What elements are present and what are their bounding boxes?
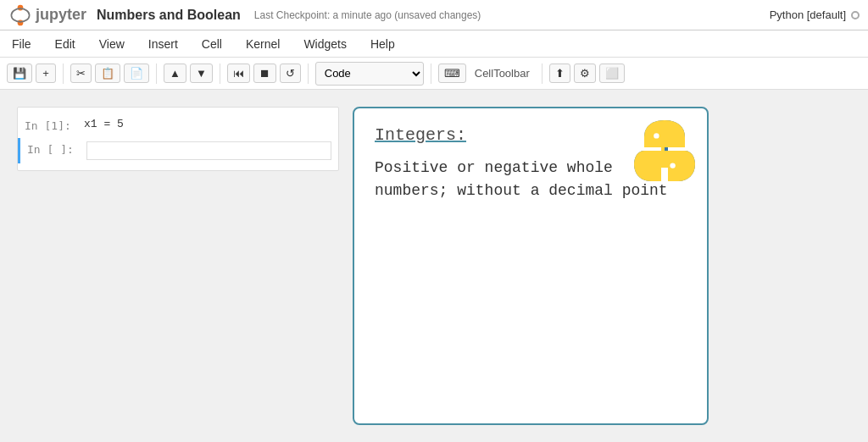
kernel-status-dot bbox=[851, 11, 860, 19]
toolbar-separator-1 bbox=[63, 64, 64, 84]
python-logo bbox=[631, 117, 698, 185]
cell-label-1: In [1]: bbox=[25, 118, 84, 132]
python-icon bbox=[631, 117, 698, 185]
cell-toolbar-label: CellToolbar bbox=[470, 65, 535, 81]
checkpoint-info: Last Checkpoint: a minute ago (unsaved c… bbox=[254, 9, 481, 21]
svg-point-2 bbox=[11, 8, 29, 22]
cell-container: In [1]: x1 = 5 In [ ]: bbox=[17, 107, 339, 171]
toolbar-separator-5 bbox=[431, 64, 431, 84]
cell-input-2[interactable] bbox=[86, 141, 331, 160]
svg-point-3 bbox=[654, 133, 659, 138]
toolbar: 💾 + ✂ 📋 📄 ▲ ▼ ⏮ ⏹ ↺ Code Markdown Raw NB… bbox=[0, 58, 868, 90]
upload-button[interactable]: ⬆ bbox=[549, 64, 570, 83]
menu-insert[interactable]: Insert bbox=[145, 36, 181, 52]
move-up-button[interactable]: ▲ bbox=[164, 64, 186, 83]
cell-label-2: In [ ]: bbox=[27, 141, 86, 156]
menu-cell[interactable]: Cell bbox=[198, 36, 225, 52]
menu-edit[interactable]: Edit bbox=[52, 36, 79, 52]
top-bar: jupyter Numbers and Boolean Last Checkpo… bbox=[0, 0, 868, 30]
settings-button[interactable]: ⚙ bbox=[574, 64, 596, 83]
cell-content-1: x1 = 5 bbox=[84, 118, 331, 135]
menu-kernel[interactable]: Kernel bbox=[242, 36, 283, 52]
toolbar-separator-6 bbox=[542, 64, 542, 84]
toolbar-separator-4 bbox=[308, 64, 309, 84]
jupyter-icon bbox=[8, 3, 32, 27]
python-badge: Python [default] bbox=[770, 8, 860, 21]
svg-point-4 bbox=[670, 163, 675, 168]
notebook-area: In [1]: x1 = 5 In [ ]: Integers: Positiv… bbox=[0, 90, 868, 442]
toolbar-separator-2 bbox=[156, 64, 157, 84]
toolbar-separator-3 bbox=[220, 64, 220, 84]
keyboard-shortcut-button[interactable]: ⌨ bbox=[438, 64, 466, 83]
menu-bar: File Edit View Insert Cell Kernel Widget… bbox=[0, 30, 868, 58]
kernel-name: Python [default] bbox=[770, 8, 846, 21]
jupyter-logo: jupyter bbox=[8, 3, 86, 27]
menu-view[interactable]: View bbox=[96, 36, 128, 52]
skip-to-top-button[interactable]: ⏮ bbox=[227, 64, 250, 83]
cell-row-1: In [1]: x1 = 5 bbox=[18, 114, 338, 138]
expand-button[interactable]: ⬜ bbox=[599, 64, 625, 83]
add-cell-button[interactable]: + bbox=[36, 64, 56, 83]
svg-point-1 bbox=[18, 19, 24, 25]
copy-button[interactable]: 📋 bbox=[95, 64, 120, 83]
cell-row-2: In [ ]: bbox=[18, 138, 338, 163]
save-button[interactable]: 💾 bbox=[7, 64, 32, 83]
menu-widgets[interactable]: Widgets bbox=[300, 36, 350, 52]
jupyter-text: jupyter bbox=[36, 6, 86, 24]
svg-point-0 bbox=[18, 4, 24, 10]
paste-button[interactable]: 📄 bbox=[124, 64, 149, 83]
restart-button[interactable]: ↺ bbox=[280, 64, 301, 83]
notebook-title: Numbers and Boolean bbox=[97, 8, 241, 23]
menu-help[interactable]: Help bbox=[367, 36, 398, 52]
stop-button[interactable]: ⏹ bbox=[253, 64, 276, 83]
move-down-button[interactable]: ▼ bbox=[190, 64, 213, 83]
cut-button[interactable]: ✂ bbox=[70, 64, 92, 83]
menu-file[interactable]: File bbox=[8, 36, 35, 52]
cell-type-select[interactable]: Code Markdown Raw NBConvert Heading bbox=[315, 62, 424, 86]
info-card: Integers: Positive or negative wholenumb… bbox=[353, 107, 709, 425]
